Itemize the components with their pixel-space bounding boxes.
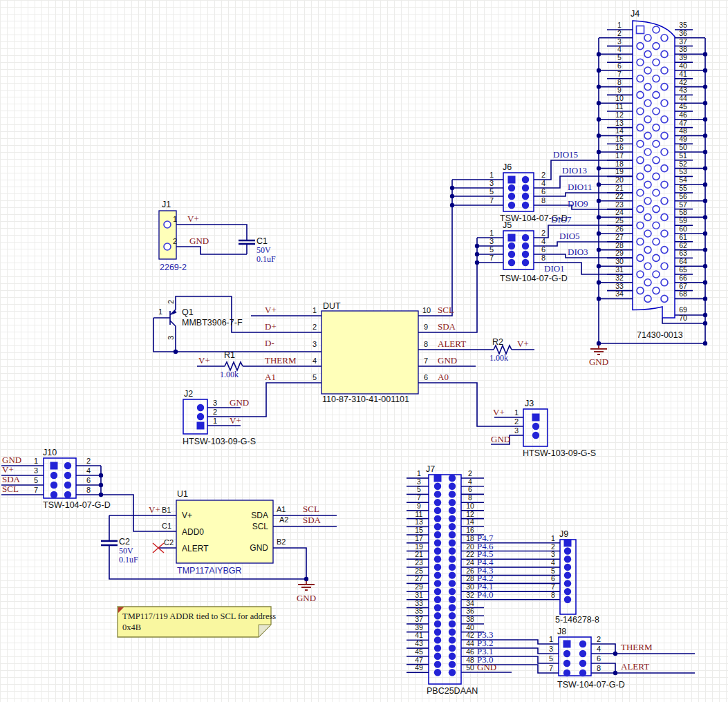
pin-number: 43 (679, 86, 687, 94)
component-j6[interactable]: J6 TSW-104-07-G-D 12345678 (452, 162, 568, 223)
pin-number: 34 (466, 599, 474, 607)
component-j2[interactable]: J2 HTSW-103-09-G-S 3 2 1 GND V+ (183, 389, 256, 446)
pin-pad (449, 629, 456, 636)
pin-contact (637, 206, 644, 213)
net-label[interactable]: ALERT (438, 339, 466, 349)
component-j10[interactable]: J10 TSW-104-07-G-D GND V+ SDA SCL 123456… (1, 448, 111, 510)
port-label-gnd[interactable]: GND (477, 662, 496, 672)
pin-number: 48 (679, 126, 687, 135)
junction-dot (99, 483, 103, 487)
net-label-vplus[interactable]: V+ (230, 415, 241, 426)
pin-pad (449, 636, 456, 643)
net-label-gnd[interactable]: GND (230, 397, 249, 408)
j10-body[interactable] (44, 458, 76, 498)
pin-pad (508, 202, 515, 209)
component-j1[interactable]: J1 2269-2 1 2 V+ GND (159, 200, 209, 272)
net-label-therm[interactable]: THERM (621, 642, 653, 652)
net-label-scl[interactable]: SCL (303, 504, 319, 514)
net-label-gnd[interactable]: GND (491, 434, 510, 444)
pin-pad (64, 472, 71, 479)
component-j8[interactable]: J8 TSW-104-07-G-D THERM ALERT 12345678 (549, 627, 653, 690)
net-label[interactable]: V+ (265, 305, 277, 315)
net-label-vplus[interactable]: V+ (187, 214, 199, 224)
pin-number: 2 (597, 635, 601, 643)
net-label-sda[interactable]: SDA (303, 515, 321, 525)
pin-number: 36 (466, 607, 474, 615)
net-label-dio5[interactable]: DIO5 (559, 231, 580, 241)
net-label[interactable]: GND (438, 355, 457, 366)
junction-dot (304, 577, 308, 581)
pin-pad (564, 564, 571, 571)
net-label[interactable]: D+ (265, 321, 277, 332)
gnd-power-port-u1[interactable]: GND (297, 579, 316, 603)
component-dut[interactable]: DUT 110-87-310-41-001101 1 2 3 4 5 V+ D+… (265, 301, 466, 404)
net-label-dio11[interactable]: DIO11 (568, 182, 592, 192)
pin-number: 1 (213, 417, 217, 425)
port-label-p4.0[interactable]: P4.0 (477, 589, 493, 600)
dut-body[interactable] (321, 311, 418, 394)
net-label[interactable]: THERM (265, 355, 297, 366)
net-label-vplus[interactable]: V+ (493, 407, 505, 417)
component-j3[interactable]: J3 HTSW-103-09-G-S 1 2 3 V+ GND (491, 399, 596, 458)
gnd-power-port-j4[interactable]: GND (589, 343, 608, 367)
component-c1[interactable]: C1 50V 0.1uF (256, 236, 276, 264)
pin-pad (64, 482, 71, 488)
pin-pad (449, 669, 456, 676)
net-label[interactable]: SCL (438, 305, 454, 315)
pin-number: 5 (417, 485, 421, 493)
net-label[interactable]: A1 (265, 372, 276, 382)
pin-designator: A2 (279, 515, 288, 524)
component-c2[interactable]: C2 50V 0.1uF (119, 537, 138, 565)
pin-contact (637, 91, 644, 98)
pin-number: 9 (424, 323, 428, 331)
j6-designator: J6 (503, 162, 512, 172)
pin-name: ADD0 (182, 527, 204, 537)
junction-dot (703, 166, 707, 170)
wire[interactable] (461, 640, 559, 673)
component-q1[interactable]: Q1 MMBT3906-7-F 1 2 3 (158, 300, 243, 340)
net-label-dio15[interactable]: DIO15 (553, 149, 578, 160)
pin-number: 10 (466, 502, 474, 510)
net-label-alert[interactable]: ALERT (621, 661, 649, 672)
pin-number: 24 (615, 208, 624, 216)
pin-number: 34 (615, 290, 624, 298)
wire[interactable] (599, 38, 705, 343)
net-label-dio13[interactable]: DIO13 (562, 165, 587, 176)
pin-contact (637, 140, 644, 147)
component-u1[interactable]: U1 TMP117AIYBGR V+ ADD0 ALERT SDA SCL GN… (149, 489, 321, 576)
component-j4[interactable]: J4 71430-0013 69 70 13523633743853964074… (597, 9, 707, 340)
component-j5[interactable]: J5 TSW-104-07-G-D 12345678 (477, 220, 568, 283)
net-label-dio3[interactable]: DIO3 (568, 247, 588, 257)
schematic-note[interactable]: TMP117/119 ADDR tied to SCL for address … (118, 607, 276, 637)
schematic-canvas[interactable]: GND GND J1 2269-2 1 2 V+ GND C1 50V 0.1u… (0, 0, 728, 702)
pin-number: 52 (679, 160, 687, 168)
net-label-dio9[interactable]: DIO9 (568, 198, 588, 209)
pin-pad (522, 202, 529, 209)
net-label-dio7[interactable]: DIO7 (551, 214, 572, 225)
j7-body[interactable] (429, 475, 461, 684)
component-j7[interactable]: J7 PBC25DAAN 123456789101112131415161718… (407, 464, 560, 696)
net-label-gnd[interactable]: GND (189, 236, 209, 246)
net-label[interactable]: SDA (438, 321, 456, 332)
pin-number: 27 (415, 574, 423, 582)
wire[interactable] (207, 383, 321, 426)
capacitor-c1-plates[interactable] (239, 240, 255, 244)
pin-contact (637, 287, 644, 294)
pin-number: 3 (417, 477, 421, 486)
net-label-vplus[interactable]: V+ (149, 504, 160, 515)
component-j9[interactable]: J9 5-146278-8 12345678 (551, 529, 599, 625)
net-label[interactable]: D- (265, 338, 274, 348)
c2-designator: C2 (119, 537, 130, 547)
capacitor-c2-plates[interactable] (101, 541, 118, 545)
schematic-sheet[interactable]: GND GND J1 2269-2 1 2 V+ GND C1 50V 0.1u… (0, 0, 728, 702)
net-label[interactable]: A0 (438, 372, 449, 382)
junction-dot (475, 244, 479, 248)
pin-contact (644, 50, 651, 57)
pin-contact (661, 149, 668, 155)
net-label-dio1[interactable]: DIO1 (544, 263, 565, 274)
q1-part: MMBT3906-7-F (182, 318, 243, 328)
net-label-gnd[interactable]: GND (2, 455, 21, 465)
net-label-vplus[interactable]: V+ (198, 355, 210, 366)
net-label-vplus[interactable]: V+ (517, 339, 529, 349)
pin-number: 1 (34, 457, 38, 465)
